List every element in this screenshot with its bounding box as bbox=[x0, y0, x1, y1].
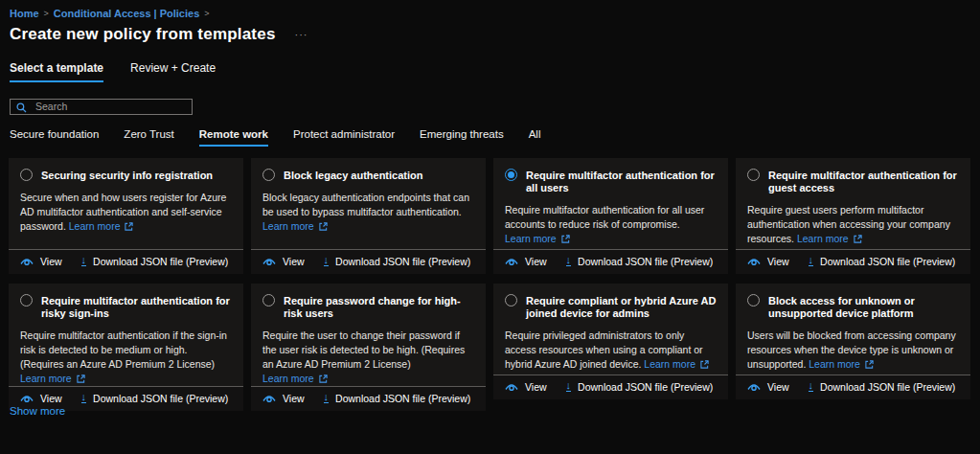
card-footer: View ↓ Download JSON file (Preview) bbox=[493, 249, 728, 274]
card-footer: View ↓ Download JSON file (Preview) bbox=[251, 249, 486, 274]
learn-more-link[interactable]: Learn more bbox=[505, 233, 570, 244]
download-json-button[interactable]: ↓ Download JSON file (Preview) bbox=[809, 381, 956, 393]
filter-tab-all[interactable]: All bbox=[529, 128, 541, 147]
template-radio[interactable] bbox=[262, 294, 275, 306]
filter-tab-protect-administrator[interactable]: Protect administrator bbox=[293, 128, 395, 147]
download-json-button[interactable]: ↓ Download JSON file (Preview) bbox=[566, 256, 714, 267]
page-title: Create new policy from templates bbox=[10, 25, 276, 44]
view-button[interactable]: View bbox=[747, 381, 789, 393]
download-json-button[interactable]: ↓ Download JSON file (Preview) bbox=[809, 256, 956, 267]
eye-icon bbox=[747, 257, 761, 266]
template-card[interactable]: Require multifactor authentication for g… bbox=[736, 158, 970, 274]
view-button[interactable]: View bbox=[262, 256, 305, 267]
breadcrumb-home-link[interactable]: Home bbox=[10, 8, 39, 19]
card-header: Require multifactor authentication for g… bbox=[747, 169, 959, 194]
filter-tab-secure-foundation[interactable]: Secure foundation bbox=[10, 128, 99, 147]
learn-more-link[interactable]: Learn more bbox=[644, 358, 709, 370]
learn-more-link[interactable]: Learn more bbox=[797, 233, 862, 244]
filter-tab-remote-work[interactable]: Remote work bbox=[199, 128, 268, 147]
download-icon: ↓ bbox=[324, 256, 330, 266]
template-radio[interactable] bbox=[505, 169, 517, 181]
template-card[interactable]: Require compliant or hybrid Azure AD joi… bbox=[493, 284, 728, 399]
tab-select-a-template[interactable]: Select a template bbox=[10, 61, 103, 82]
learn-more-link[interactable]: Learn more bbox=[262, 373, 328, 384]
external-link-icon bbox=[319, 375, 328, 383]
download-icon: ↓ bbox=[81, 393, 87, 403]
download-icon: ↓ bbox=[809, 381, 814, 392]
show-more-link[interactable]: Show more bbox=[10, 405, 65, 417]
download-icon: ↓ bbox=[324, 393, 330, 403]
eye-icon bbox=[505, 257, 518, 266]
more-options-icon[interactable]: ··· bbox=[295, 29, 308, 40]
template-radio[interactable] bbox=[20, 294, 33, 306]
template-card[interactable]: Securing security info registration Secu… bbox=[9, 158, 243, 274]
eye-icon bbox=[262, 394, 276, 403]
eye-icon bbox=[20, 394, 34, 403]
view-button[interactable]: View bbox=[505, 381, 547, 393]
card-footer: View ↓ Download JSON file (Preview) bbox=[736, 249, 970, 274]
filter-tab-zero-trust[interactable]: Zero Trust bbox=[124, 128, 173, 147]
download-icon: ↓ bbox=[566, 256, 572, 266]
learn-more-link[interactable]: Learn more bbox=[69, 220, 134, 232]
eye-icon bbox=[505, 382, 518, 392]
template-card[interactable]: Require multifactor authentication for a… bbox=[493, 158, 728, 274]
card-header: Require compliant or hybrid Azure AD joi… bbox=[505, 294, 717, 320]
template-title: Require multifactor authentication for a… bbox=[526, 169, 717, 194]
template-radio[interactable] bbox=[747, 294, 760, 306]
template-radio[interactable] bbox=[505, 294, 517, 306]
eye-icon bbox=[747, 382, 761, 392]
external-link-icon bbox=[561, 235, 570, 243]
download-json-button[interactable]: ↓ Download JSON file (Preview) bbox=[324, 256, 471, 267]
view-button[interactable]: View bbox=[505, 256, 547, 267]
template-title: Require password change for high-risk us… bbox=[284, 294, 474, 320]
download-json-button[interactable]: ↓ Download JSON file (Preview) bbox=[324, 393, 471, 404]
template-title: Require multifactor authentication for r… bbox=[41, 294, 232, 320]
breadcrumb: Home > Conditional Access | Policies > bbox=[10, 8, 980, 19]
template-radio[interactable] bbox=[262, 169, 275, 181]
chevron-right-icon: > bbox=[204, 9, 209, 18]
learn-more-link[interactable]: Learn more bbox=[262, 220, 328, 232]
template-description: Require the user to change their passwor… bbox=[262, 329, 474, 386]
template-title: Require multifactor authentication for g… bbox=[768, 169, 959, 194]
external-link-icon bbox=[319, 222, 328, 231]
view-button[interactable]: View bbox=[20, 256, 62, 267]
eye-icon bbox=[262, 257, 276, 266]
page: Home > Conditional Access | Policies > C… bbox=[0, 0, 980, 454]
template-description: Users will be blocked from accessing com… bbox=[747, 329, 959, 375]
template-card[interactable]: Require multifactor authentication for r… bbox=[9, 284, 243, 399]
title-row: Create new policy from templates ··· bbox=[10, 25, 980, 44]
view-button[interactable]: View bbox=[20, 393, 62, 404]
template-radio[interactable] bbox=[20, 169, 33, 181]
filter-tab-emerging-threats[interactable]: Emerging threats bbox=[420, 128, 504, 147]
template-radio[interactable] bbox=[747, 169, 760, 181]
template-description: Require privileged administrators to onl… bbox=[505, 329, 717, 375]
card-header: Block access for unknown or unsupported … bbox=[747, 294, 959, 320]
card-header: Require multifactor authentication for a… bbox=[505, 169, 717, 194]
template-card[interactable]: Require password change for high-risk us… bbox=[251, 284, 486, 399]
tab-review-create[interactable]: Review + Create bbox=[130, 61, 216, 82]
card-footer: View ↓ Download JSON file (Preview) bbox=[736, 375, 970, 399]
download-json-button[interactable]: ↓ Download JSON file (Preview) bbox=[81, 256, 229, 267]
view-button[interactable]: View bbox=[747, 256, 789, 267]
eye-icon bbox=[20, 257, 34, 266]
breadcrumb-conditional-access-link[interactable]: Conditional Access | Policies bbox=[54, 8, 199, 19]
template-card[interactable]: Block legacy authentication Block legacy… bbox=[251, 158, 486, 274]
template-title: Securing security info registration bbox=[41, 169, 213, 182]
template-description: Block legacy authentication endpoints th… bbox=[262, 191, 474, 249]
download-json-button[interactable]: ↓ Download JSON file (Preview) bbox=[81, 393, 229, 404]
card-footer: View ↓ Download JSON file (Preview) bbox=[493, 375, 728, 399]
external-link-icon bbox=[865, 360, 874, 369]
tab-bar: Select a template Review + Create bbox=[10, 61, 980, 82]
template-description: Secure when and how users register for A… bbox=[20, 191, 232, 249]
template-title: Block access for unknown or unsupported … bbox=[768, 294, 959, 320]
download-json-button[interactable]: ↓ Download JSON file (Preview) bbox=[566, 381, 714, 393]
view-button[interactable]: View bbox=[262, 393, 305, 404]
external-link-icon bbox=[77, 375, 85, 383]
template-description: Require multifactor authentication for a… bbox=[505, 203, 717, 249]
card-header: Block legacy authentication bbox=[262, 169, 474, 182]
template-card-grid: Securing security info registration Secu… bbox=[9, 158, 970, 399]
learn-more-link[interactable]: Learn more bbox=[20, 373, 85, 384]
learn-more-link[interactable]: Learn more bbox=[809, 358, 874, 370]
template-card[interactable]: Block access for unknown or unsupported … bbox=[736, 284, 970, 399]
search-input[interactable] bbox=[10, 99, 193, 115]
